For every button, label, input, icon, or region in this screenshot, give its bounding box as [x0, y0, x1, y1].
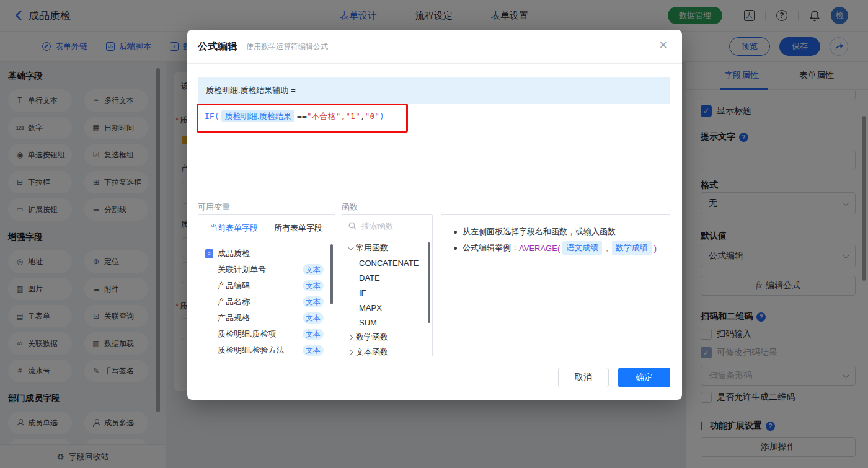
chevron-right-icon — [347, 349, 353, 355]
tree-field[interactable]: 质检明细.质检项文本 — [198, 326, 335, 342]
function-search[interactable]: 搜索函数 — [342, 215, 432, 237]
variables-panel: 当前表单字段 所有表单字段 ≡成品质检 关联计划单号文本 产品编码文本 产品名称… — [198, 214, 335, 356]
page: 成品质检 表单设计 流程设定 表单设置 数据管理 人 ? 检 表单外链 </>后… — [0, 0, 868, 468]
tree-field[interactable]: 关联计划单号文本 — [198, 262, 335, 278]
confirm-button[interactable]: 确定 — [618, 368, 670, 387]
form-icon: ≡ — [205, 249, 213, 258]
tree-field[interactable]: 产品名称文本 — [198, 294, 335, 310]
chevron-right-icon — [347, 334, 353, 340]
fn-group-math[interactable]: 数学函数 — [342, 330, 432, 345]
variables-scrollbar[interactable] — [330, 244, 333, 304]
formula-editor-modal: 公式编辑 使用数学运算符编辑公式 × 质检明细.质检结果辅助 = IF(质检明细… — [187, 30, 682, 400]
annotation-highlight — [197, 104, 408, 133]
modal-title: 公式编辑 — [198, 40, 237, 53]
close-icon[interactable]: × — [659, 38, 667, 52]
tree-root[interactable]: ≡成品质检 — [198, 245, 335, 262]
type-badge: 文本 — [303, 296, 324, 307]
tab-all-fields[interactable]: 所有表单字段 — [274, 223, 322, 234]
functions-panel: 搜索函数 常用函数 CONCATENATE DATE IF MAPX SUM 数… — [342, 214, 433, 356]
hint-panel: 从左侧面板选择字段名和函数，或输入函数 公式编辑举例：AVERAGE(语文成绩,… — [441, 214, 670, 356]
hint-line: 从左侧面板选择字段名和函数，或输入函数 — [454, 224, 670, 240]
hint-line: 公式编辑举例：AVERAGE(语文成绩,数学成绩) — [454, 240, 670, 256]
type-badge: 文本 — [303, 280, 324, 291]
cancel-button[interactable]: 取消 — [558, 368, 609, 387]
formula-target: 质检明细.质检结果辅助 = — [198, 77, 670, 104]
fn-group-common[interactable]: 常用函数 — [342, 241, 432, 255]
tree-field[interactable]: 质检明细.检验方法文本 — [198, 342, 335, 356]
formula-editor: 质检明细.质检结果辅助 = IF(质检明细.质检结果=="不合格","1","0… — [198, 77, 670, 195]
modal-header: 公式编辑 使用数学运算符编辑公式 × — [187, 30, 682, 64]
fn-item[interactable]: SUM — [342, 315, 432, 330]
fn-item[interactable]: MAPX — [342, 300, 432, 315]
chevron-down-icon — [348, 244, 354, 250]
bullet-icon — [454, 231, 457, 234]
vars-label: 可用变量 — [198, 201, 230, 213]
functions-scrollbar[interactable] — [428, 242, 430, 323]
fn-group-text[interactable]: 文本函数 — [342, 345, 432, 356]
variables-tree: ≡成品质检 关联计划单号文本 产品编码文本 产品名称文本 产品规格文本 质检明细… — [198, 241, 335, 356]
type-badge: 文本 — [303, 329, 324, 340]
tab-current-fields[interactable]: 当前表单字段 — [210, 223, 258, 234]
type-badge: 文本 — [303, 264, 324, 275]
tree-field[interactable]: 产品规格文本 — [198, 310, 335, 326]
search-placeholder: 搜索函数 — [361, 221, 394, 232]
search-icon — [348, 222, 356, 230]
fn-item[interactable]: CONCATENATE — [342, 255, 432, 270]
fn-item[interactable]: IF — [342, 285, 432, 300]
modal-subtitle: 使用数学运算符编辑公式 — [246, 42, 328, 52]
type-badge: 文本 — [303, 345, 324, 356]
fns-label: 函数 — [342, 201, 358, 213]
tree-field[interactable]: 产品编码文本 — [198, 278, 335, 294]
type-badge: 文本 — [303, 312, 324, 324]
bullet-icon — [454, 247, 457, 250]
fn-item[interactable]: DATE — [342, 270, 432, 285]
